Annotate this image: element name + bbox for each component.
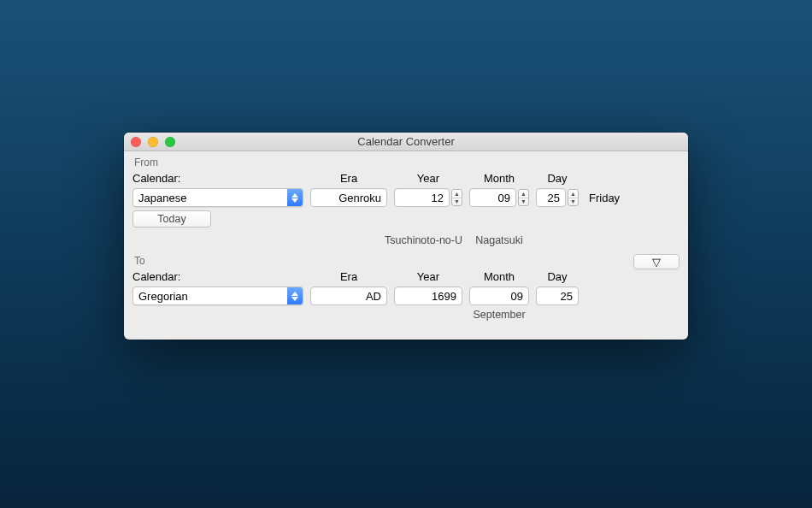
from-year-field[interactable]: 12 xyxy=(394,188,450,207)
to-calendar-select[interactable]: Gregorian xyxy=(132,286,303,305)
from-headers: Calendar: Era Year Month Day xyxy=(132,172,680,185)
triangle-down-icon: ▽ xyxy=(652,256,661,269)
window-title: Calendar Converter xyxy=(124,135,688,148)
to-month-name: September xyxy=(469,309,529,321)
to-year-header: Year xyxy=(394,270,462,283)
to-month-field[interactable]: 09 xyxy=(469,286,529,305)
from-under-row: Today Tsuchinoto-no-U Nagatsuki xyxy=(132,210,680,246)
from-month-header: Month xyxy=(469,172,529,185)
from-month-name: Nagatsuki xyxy=(469,234,529,246)
from-group-label: From xyxy=(132,155,680,172)
close-icon[interactable] xyxy=(131,137,141,147)
zoom-icon[interactable] xyxy=(165,137,175,147)
calendar-converter-window: Calendar Converter From Calendar: Era Ye… xyxy=(124,133,688,340)
chevron-up-icon: ▲ xyxy=(568,190,578,198)
from-day-field[interactable]: 25 xyxy=(536,188,566,207)
to-calendar-label: Calendar: xyxy=(132,270,303,283)
from-input-row: Japanese Genroku 12 ▲ ▼ 09 ▲ ▼ xyxy=(132,188,680,207)
from-weekday: Friday xyxy=(585,192,680,204)
chevron-down-icon: ▼ xyxy=(519,198,528,206)
to-era-header: Era xyxy=(310,270,387,283)
to-day-field[interactable]: 25 xyxy=(536,286,579,305)
to-under-row: September xyxy=(132,309,680,321)
from-calendar-select[interactable]: Japanese xyxy=(132,188,303,207)
traffic-lights xyxy=(131,137,175,147)
from-year-name: Tsuchinoto-no-U xyxy=(310,234,462,246)
from-day-stepper[interactable]: ▲ ▼ xyxy=(568,189,579,206)
to-era-field[interactable]: AD xyxy=(310,286,387,305)
expand-button[interactable]: ▽ xyxy=(633,254,680,269)
updown-icon xyxy=(287,189,303,206)
chevron-down-icon: ▼ xyxy=(452,198,462,206)
from-month-field[interactable]: 09 xyxy=(469,188,516,207)
to-calendar-value: Gregorian xyxy=(133,290,287,303)
to-input-row: Gregorian AD 1699 09 25 xyxy=(132,286,680,305)
to-group-label: To xyxy=(132,253,145,270)
from-era-header: Era xyxy=(310,172,387,185)
from-era-field[interactable]: Genroku xyxy=(310,188,387,207)
chevron-up-icon: ▲ xyxy=(452,190,462,198)
chevron-up-icon: ▲ xyxy=(519,190,528,198)
today-button[interactable]: Today xyxy=(132,210,211,227)
minimize-icon[interactable] xyxy=(148,137,158,147)
from-year-header: Year xyxy=(394,172,462,185)
updown-icon xyxy=(287,287,303,304)
chevron-down-icon: ▼ xyxy=(568,198,578,206)
to-headers: Calendar: Era Year Month Day xyxy=(132,270,680,283)
from-calendar-label: Calendar: xyxy=(132,172,303,185)
to-day-header: Day xyxy=(536,270,579,283)
to-month-header: Month xyxy=(469,270,529,283)
window-body: From Calendar: Era Year Month Day Japane… xyxy=(124,151,688,340)
from-calendar-value: Japanese xyxy=(133,192,287,204)
from-year-stepper[interactable]: ▲ ▼ xyxy=(451,189,462,206)
from-day-header: Day xyxy=(536,172,579,185)
to-year-field[interactable]: 1699 xyxy=(394,286,462,305)
from-month-stepper[interactable]: ▲ ▼ xyxy=(518,189,529,206)
titlebar[interactable]: Calendar Converter xyxy=(124,133,688,151)
